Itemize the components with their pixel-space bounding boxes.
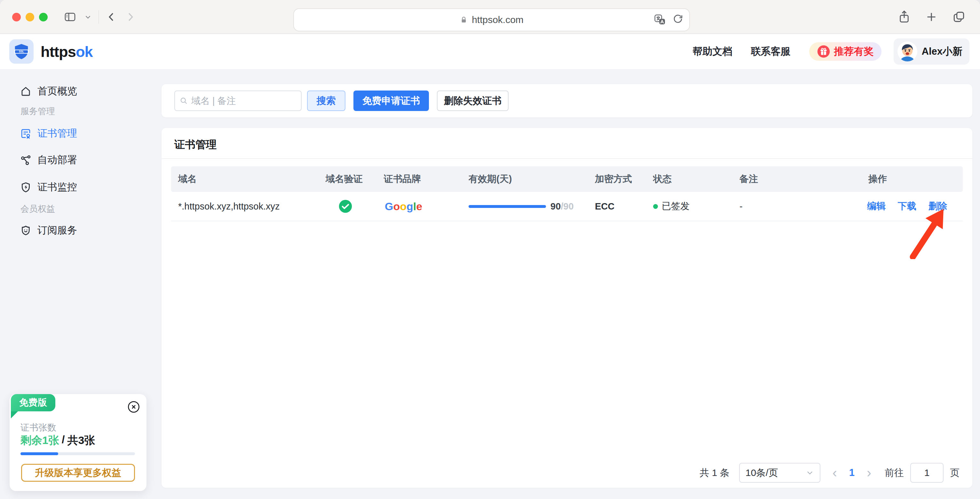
cell-remark: - bbox=[740, 192, 743, 221]
new-tab-icon[interactable] bbox=[925, 11, 938, 23]
delete-expired-button[interactable]: 删除失效证书 bbox=[437, 91, 509, 111]
brand-wordmark: httpsok bbox=[41, 43, 93, 60]
sidebar-item-subscription-service[interactable]: 订阅服务 bbox=[20, 221, 77, 240]
brand-text-dark: https bbox=[41, 43, 76, 60]
cell-actions: 编辑 下载 删除 bbox=[867, 192, 947, 221]
nav-contact-support[interactable]: 联系客服 bbox=[751, 45, 791, 58]
sidebar-toggle-icon[interactable] bbox=[63, 11, 77, 23]
prev-page-button[interactable]: ‹ bbox=[832, 466, 837, 480]
card-title: 证书管理 bbox=[174, 138, 216, 152]
avatar bbox=[897, 41, 917, 61]
page-size-select[interactable]: 10条/页 bbox=[739, 463, 820, 483]
verified-check-icon bbox=[338, 192, 352, 221]
cell-validity: 90 /90 bbox=[469, 192, 574, 221]
sidebar-item-certificate-monitoring[interactable]: 证书监控 bbox=[20, 178, 77, 196]
search-box bbox=[174, 91, 302, 111]
back-icon[interactable] bbox=[106, 11, 118, 23]
sidebar-section-service-management: 服务管理 bbox=[21, 106, 55, 117]
forward-icon[interactable] bbox=[124, 11, 136, 23]
browser-window: httpsok.com bbox=[0, 0, 980, 499]
address-bar-tools bbox=[654, 9, 684, 31]
sidebar-item-label: 证书监控 bbox=[37, 180, 77, 194]
edit-link[interactable]: 编辑 bbox=[867, 200, 886, 213]
total-count: 共3张 bbox=[67, 433, 95, 448]
pagination: 共 1 条 10条/页 ‹ 1 › 前往 页 bbox=[700, 463, 959, 483]
tab-overview-icon[interactable] bbox=[952, 10, 966, 24]
table-header: 域名 域名验证 证书品牌 有效期(天) 加密方式 状态 备注 操作 bbox=[171, 166, 963, 192]
sidebar-section-member-benefits: 会员权益 bbox=[21, 203, 55, 215]
translate-icon[interactable] bbox=[654, 13, 666, 26]
sidebar-chevron-icon[interactable] bbox=[84, 13, 91, 21]
goto-label: 前往 bbox=[885, 466, 904, 480]
goto-page-input[interactable] bbox=[910, 463, 943, 483]
plan-progress-fill bbox=[21, 452, 58, 455]
col-brand: 证书品牌 bbox=[384, 166, 421, 192]
home-icon bbox=[20, 86, 32, 97]
validity-progress-bar bbox=[469, 205, 546, 208]
nav-help-docs[interactable]: 帮助文档 bbox=[693, 45, 732, 58]
upgrade-button[interactable]: 升级版本享更多权益 bbox=[21, 464, 135, 482]
status-dot-icon bbox=[653, 204, 658, 209]
page-size-value: 10条/页 bbox=[746, 466, 778, 480]
reload-icon[interactable] bbox=[672, 14, 684, 26]
browser-nav-group bbox=[63, 0, 136, 33]
next-page-button[interactable]: › bbox=[867, 466, 871, 480]
main-content: 搜索 免费申请证书 删除失效证书 证书管理 域名 域名验证 证书品牌 有效期(天… bbox=[162, 69, 980, 499]
cell-domain: *.httpsok.xyz,httpsok.xyz bbox=[178, 192, 280, 221]
close-window-button[interactable] bbox=[12, 13, 21, 21]
browser-toolbar: httpsok.com bbox=[0, 0, 980, 34]
referral-reward-badge[interactable]: 推荐有奖 bbox=[809, 42, 881, 61]
deploy-nodes-icon bbox=[20, 154, 32, 166]
cell-encryption: ECC bbox=[595, 192, 614, 221]
toolbar-card: 搜索 免费申请证书 删除失效证书 bbox=[162, 84, 972, 118]
plan-tag-free: 免费版 bbox=[11, 394, 55, 412]
sidebar-item-home-overview[interactable]: 首页概览 bbox=[20, 82, 77, 100]
sidebar-item-label: 证书管理 bbox=[37, 127, 77, 140]
share-icon[interactable] bbox=[897, 10, 911, 24]
sidebar-item-certificate-management[interactable]: 证书管理 bbox=[20, 124, 77, 143]
address-bar[interactable]: httpsok.com bbox=[293, 8, 690, 31]
search-button[interactable]: 搜索 bbox=[307, 91, 345, 111]
delete-link[interactable]: 删除 bbox=[929, 200, 947, 213]
plan-progress-track bbox=[21, 452, 135, 455]
address-url: httpsok.com bbox=[472, 14, 523, 25]
certificate-count-value: 剩余1张 / 共3张 bbox=[21, 433, 95, 448]
col-remark: 备注 bbox=[740, 166, 758, 192]
page-body: 首页概览 服务管理 证书管理 自动部署 bbox=[0, 69, 980, 499]
count-separator: / bbox=[62, 433, 65, 448]
cell-status: 已签发 bbox=[653, 192, 690, 221]
sidebar: 首页概览 服务管理 证书管理 自动部署 bbox=[0, 69, 162, 499]
search-icon bbox=[180, 96, 188, 106]
svg-text:SSL: SSL bbox=[19, 50, 24, 53]
brand-text-accent: ok bbox=[76, 43, 93, 60]
window-controls bbox=[12, 13, 48, 21]
table-row: *.httpsok.xyz,httpsok.xyz Google 90 /90 … bbox=[171, 192, 963, 221]
browser-actions bbox=[897, 0, 966, 33]
user-name: Alex小新 bbox=[922, 45, 963, 58]
validity-current: 90 bbox=[550, 201, 561, 212]
sidebar-item-auto-deploy[interactable]: 自动部署 bbox=[20, 151, 77, 169]
status-text: 已签发 bbox=[662, 200, 690, 213]
search-input[interactable] bbox=[191, 95, 296, 106]
apply-certificate-button[interactable]: 免费申请证书 bbox=[353, 91, 429, 111]
close-icon[interactable] bbox=[127, 400, 141, 414]
site-header: SSL httpsok 帮助文档 联系客服 推荐有奖 bbox=[0, 34, 980, 69]
download-link[interactable]: 下载 bbox=[898, 200, 916, 213]
user-menu[interactable]: Alex小新 bbox=[894, 38, 969, 65]
pagination-total: 共 1 条 bbox=[700, 466, 729, 480]
card-divider bbox=[162, 158, 972, 159]
col-domain: 域名 bbox=[178, 166, 197, 192]
sidebar-item-label: 首页概览 bbox=[37, 84, 77, 98]
sidebar-item-label: 自动部署 bbox=[37, 153, 77, 167]
col-encryption: 加密方式 bbox=[595, 166, 632, 192]
referral-reward-label: 推荐有奖 bbox=[834, 45, 874, 58]
smile-badge-icon bbox=[20, 224, 32, 237]
zoom-window-button[interactable] bbox=[39, 13, 48, 21]
certificate-card: 证书管理 域名 域名验证 证书品牌 有效期(天) 加密方式 状态 备注 操作 *… bbox=[162, 128, 972, 488]
chevron-down-icon bbox=[806, 469, 814, 477]
brand-logo: SSL bbox=[9, 39, 33, 64]
page-number-1[interactable]: 1 bbox=[849, 467, 854, 478]
page-unit-label: 页 bbox=[950, 466, 959, 480]
minimize-window-button[interactable] bbox=[25, 13, 34, 21]
sidebar-item-label: 订阅服务 bbox=[37, 224, 77, 237]
